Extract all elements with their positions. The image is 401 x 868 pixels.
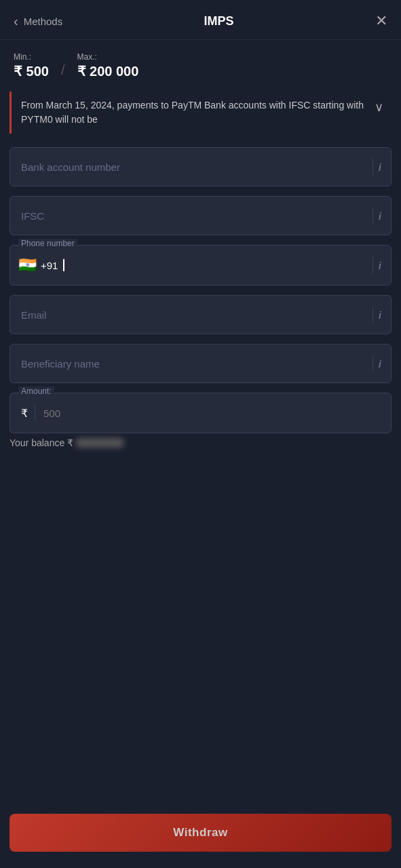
withdraw-button[interactable]: Withdraw — [9, 814, 392, 852]
bank-account-field[interactable]: i — [9, 147, 392, 186]
form-area: i i Phone number 🇮🇳 +91 i i i Amount: — [0, 147, 401, 433]
balance-label: Your balance ₹ — [9, 437, 73, 448]
page-title: IMPS — [62, 14, 375, 28]
phone-inner: 🇮🇳 +91 i — [10, 245, 391, 285]
info-icon[interactable]: i — [379, 210, 381, 222]
info-icon[interactable]: i — [379, 358, 381, 370]
phone-input[interactable] — [64, 245, 366, 285]
back-button[interactable]: ‹ Methods — [14, 14, 62, 29]
max-value: ₹ 200 000 — [77, 63, 139, 79]
amount-label: Amount: — [18, 387, 54, 396]
balance-row: Your balance ₹ — [0, 433, 401, 448]
divider — [373, 307, 373, 323]
ifsc-field[interactable]: i — [9, 196, 392, 235]
divider — [35, 405, 35, 421]
email-field[interactable]: i — [9, 295, 392, 334]
max-label: Max.: — [77, 52, 139, 62]
min-label: Min.: — [14, 52, 49, 62]
divider — [373, 355, 373, 372]
country-code: +91 — [41, 260, 58, 271]
info-icon[interactable]: i — [379, 260, 381, 271]
divider — [373, 208, 373, 224]
beneficiary-field[interactable]: i — [9, 344, 392, 383]
info-icon[interactable]: i — [379, 309, 381, 321]
rupee-icon: ₹ — [21, 407, 28, 420]
notice-expand-icon[interactable]: ∨ — [375, 100, 383, 115]
balance-value — [76, 438, 123, 448]
email-input[interactable] — [10, 296, 367, 334]
limits-row: Min.: ₹ 500 / Max.: ₹ 200 000 — [0, 40, 401, 86]
amount-input[interactable] — [43, 393, 381, 433]
amount-field[interactable]: Amount: ₹ — [9, 393, 392, 433]
limits-separator: / — [61, 62, 65, 79]
withdraw-button-container: Withdraw — [0, 803, 401, 868]
header: ‹ Methods IMPS ✕ — [0, 0, 401, 40]
amount-inner: ₹ — [10, 393, 391, 433]
divider — [373, 257, 373, 273]
max-block: Max.: ₹ 200 000 — [77, 52, 139, 79]
india-flag-icon: 🇮🇳 — [18, 256, 37, 274]
methods-label[interactable]: Methods — [24, 16, 63, 27]
close-button[interactable]: ✕ — [375, 12, 387, 30]
info-icon[interactable]: i — [379, 161, 381, 173]
beneficiary-input[interactable] — [10, 344, 367, 382]
min-value: ₹ 500 — [14, 63, 49, 79]
chevron-left-icon: ‹ — [14, 14, 18, 29]
bank-account-input[interactable] — [10, 148, 367, 186]
phone-field[interactable]: Phone number 🇮🇳 +91 i — [9, 245, 392, 285]
min-block: Min.: ₹ 500 — [14, 52, 49, 79]
phone-label: Phone number — [18, 239, 77, 248]
notice-banner: From March 15, 2024, payments to PayTM B… — [9, 92, 392, 134]
ifsc-input[interactable] — [10, 197, 367, 235]
divider — [373, 159, 373, 175]
notice-text: From March 15, 2024, payments to PayTM B… — [21, 98, 368, 127]
